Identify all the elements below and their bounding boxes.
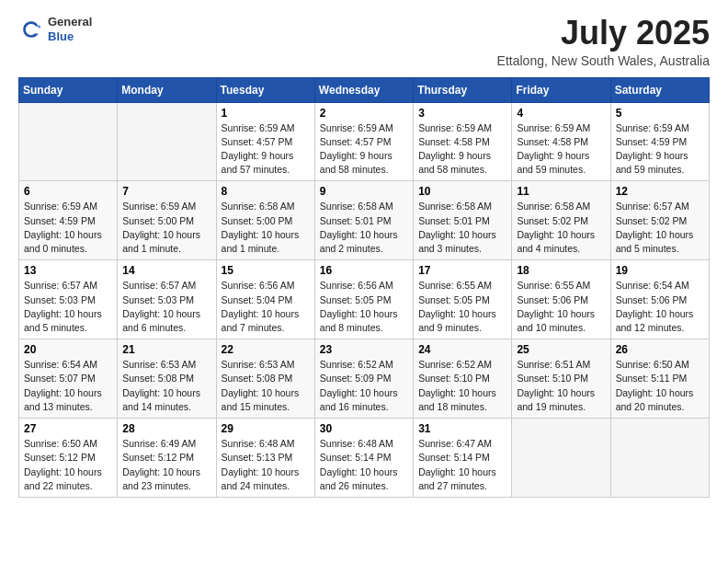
day-number: 29 [222, 422, 310, 435]
calendar-week-row: 6Sunrise: 6:59 AMSunset: 4:59 PMDaylight… [19, 181, 710, 260]
calendar-cell: 29Sunrise: 6:48 AMSunset: 5:13 PMDayligh… [216, 419, 314, 498]
day-detail: Sunrise: 6:58 AMSunset: 5:01 PMDaylight:… [320, 200, 408, 256]
calendar-cell: 18Sunrise: 6:55 AMSunset: 5:06 PMDayligh… [512, 260, 610, 339]
day-detail: Sunrise: 6:52 AMSunset: 5:10 PMDaylight:… [418, 358, 506, 414]
calendar-cell: 25Sunrise: 6:51 AMSunset: 5:10 PMDayligh… [512, 339, 610, 419]
day-number: 18 [517, 264, 605, 277]
day-detail: Sunrise: 6:54 AMSunset: 5:07 PMDaylight:… [24, 358, 112, 414]
day-number: 1 [222, 107, 310, 120]
day-number: 4 [517, 107, 605, 120]
calendar-cell: 24Sunrise: 6:52 AMSunset: 5:10 PMDayligh… [414, 339, 512, 419]
calendar-cell: 5Sunrise: 6:59 AMSunset: 4:59 PMDaylight… [610, 102, 709, 181]
calendar-cell: 12Sunrise: 6:57 AMSunset: 5:02 PMDayligh… [610, 181, 709, 260]
day-number: 9 [320, 185, 408, 198]
calendar-cell: 20Sunrise: 6:54 AMSunset: 5:07 PMDayligh… [19, 339, 118, 419]
day-detail: Sunrise: 6:50 AMSunset: 5:12 PMDaylight:… [24, 437, 112, 493]
calendar-table: SundayMondayTuesdayWednesdayThursdayFrid… [18, 77, 710, 498]
day-number: 3 [418, 107, 506, 120]
calendar-cell: 15Sunrise: 6:56 AMSunset: 5:04 PMDayligh… [216, 260, 314, 339]
day-detail: Sunrise: 6:59 AMSunset: 4:58 PMDaylight:… [418, 121, 506, 178]
day-detail: Sunrise: 6:58 AMSunset: 5:01 PMDaylight:… [418, 200, 506, 256]
day-detail: Sunrise: 6:57 AMSunset: 5:02 PMDaylight:… [616, 200, 704, 256]
calendar-cell [610, 419, 709, 498]
calendar-cell: 21Sunrise: 6:53 AMSunset: 5:08 PMDayligh… [118, 339, 216, 419]
day-number: 5 [616, 107, 704, 120]
calendar-cell: 14Sunrise: 6:57 AMSunset: 5:03 PMDayligh… [118, 260, 216, 339]
day-detail: Sunrise: 6:59 AMSunset: 4:57 PMDaylight:… [320, 121, 408, 178]
calendar-cell: 17Sunrise: 6:55 AMSunset: 5:05 PMDayligh… [414, 260, 512, 339]
calendar-cell: 30Sunrise: 6:48 AMSunset: 5:14 PMDayligh… [314, 419, 413, 498]
month-title: July 2025 [497, 15, 710, 52]
day-detail: Sunrise: 6:49 AMSunset: 5:12 PMDaylight:… [122, 437, 210, 493]
logo: General Blue [18, 15, 92, 43]
day-detail: Sunrise: 6:59 AMSunset: 4:59 PMDaylight:… [616, 121, 704, 178]
column-header-sunday: Sunday [19, 77, 118, 102]
day-number: 12 [616, 185, 704, 198]
calendar-cell: 31Sunrise: 6:47 AMSunset: 5:14 PMDayligh… [414, 419, 512, 498]
calendar-cell [19, 102, 118, 181]
title-block: July 2025 Ettalong, New South Wales, Aus… [497, 15, 710, 68]
day-number: 27 [24, 422, 112, 435]
calendar-cell: 4Sunrise: 6:59 AMSunset: 4:58 PMDaylight… [512, 102, 610, 181]
day-number: 7 [122, 185, 210, 198]
calendar-cell: 3Sunrise: 6:59 AMSunset: 4:58 PMDaylight… [414, 102, 512, 181]
calendar-cell: 22Sunrise: 6:53 AMSunset: 5:08 PMDayligh… [216, 339, 314, 419]
day-number: 28 [122, 422, 210, 435]
page-header: General Blue July 2025 Ettalong, New Sou… [18, 15, 710, 68]
day-number: 22 [222, 343, 310, 356]
day-detail: Sunrise: 6:48 AMSunset: 5:13 PMDaylight:… [222, 437, 310, 493]
day-detail: Sunrise: 6:56 AMSunset: 5:05 PMDaylight:… [320, 279, 408, 335]
day-detail: Sunrise: 6:58 AMSunset: 5:02 PMDaylight:… [517, 200, 605, 256]
day-number: 8 [222, 185, 310, 198]
calendar-cell: 19Sunrise: 6:54 AMSunset: 5:06 PMDayligh… [610, 260, 709, 339]
calendar-cell: 26Sunrise: 6:50 AMSunset: 5:11 PMDayligh… [610, 339, 709, 419]
day-detail: Sunrise: 6:54 AMSunset: 5:06 PMDaylight:… [616, 279, 704, 335]
calendar-cell: 27Sunrise: 6:50 AMSunset: 5:12 PMDayligh… [19, 419, 118, 498]
day-detail: Sunrise: 6:59 AMSunset: 4:57 PMDaylight:… [222, 121, 310, 178]
day-detail: Sunrise: 6:48 AMSunset: 5:14 PMDaylight:… [320, 437, 408, 493]
day-number: 19 [616, 264, 704, 277]
calendar-cell: 7Sunrise: 6:59 AMSunset: 5:00 PMDaylight… [118, 181, 216, 260]
column-header-monday: Monday [118, 77, 216, 102]
svg-rect-0 [18, 17, 44, 42]
day-number: 6 [24, 185, 112, 198]
day-detail: Sunrise: 6:56 AMSunset: 5:04 PMDaylight:… [222, 279, 310, 335]
day-detail: Sunrise: 6:50 AMSunset: 5:11 PMDaylight:… [616, 358, 704, 414]
day-number: 25 [517, 343, 605, 356]
day-number: 16 [320, 264, 408, 277]
column-header-friday: Friday [512, 77, 610, 102]
day-number: 23 [320, 343, 408, 356]
day-detail: Sunrise: 6:59 AMSunset: 5:00 PMDaylight:… [122, 200, 210, 256]
calendar-week-row: 20Sunrise: 6:54 AMSunset: 5:07 PMDayligh… [19, 339, 710, 419]
logo-general-text: General [48, 15, 92, 29]
day-detail: Sunrise: 6:53 AMSunset: 5:08 PMDaylight:… [222, 358, 310, 414]
day-number: 11 [517, 185, 605, 198]
day-number: 2 [320, 107, 408, 120]
calendar-cell: 10Sunrise: 6:58 AMSunset: 5:01 PMDayligh… [414, 181, 512, 260]
calendar-cell: 11Sunrise: 6:58 AMSunset: 5:02 PMDayligh… [512, 181, 610, 260]
calendar-cell: 23Sunrise: 6:52 AMSunset: 5:09 PMDayligh… [314, 339, 413, 419]
day-number: 26 [616, 343, 704, 356]
calendar-cell: 9Sunrise: 6:58 AMSunset: 5:01 PMDaylight… [314, 181, 413, 260]
calendar-cell [512, 419, 610, 498]
calendar-cell: 28Sunrise: 6:49 AMSunset: 5:12 PMDayligh… [118, 419, 216, 498]
day-detail: Sunrise: 6:51 AMSunset: 5:10 PMDaylight:… [517, 358, 605, 414]
logo-text: General Blue [48, 15, 92, 43]
calendar-cell: 16Sunrise: 6:56 AMSunset: 5:05 PMDayligh… [314, 260, 413, 339]
day-detail: Sunrise: 6:52 AMSunset: 5:09 PMDaylight:… [320, 358, 408, 414]
calendar-cell: 1Sunrise: 6:59 AMSunset: 4:57 PMDaylight… [216, 102, 314, 181]
day-number: 14 [122, 264, 210, 277]
calendar-week-row: 27Sunrise: 6:50 AMSunset: 5:12 PMDayligh… [19, 419, 710, 498]
day-detail: Sunrise: 6:53 AMSunset: 5:08 PMDaylight:… [122, 358, 210, 414]
day-number: 13 [24, 264, 112, 277]
calendar-week-row: 1Sunrise: 6:59 AMSunset: 4:57 PMDaylight… [19, 102, 710, 181]
calendar-cell [118, 102, 216, 181]
calendar-header-row: SundayMondayTuesdayWednesdayThursdayFrid… [19, 77, 710, 102]
day-detail: Sunrise: 6:57 AMSunset: 5:03 PMDaylight:… [122, 279, 210, 335]
day-detail: Sunrise: 6:58 AMSunset: 5:00 PMDaylight:… [222, 200, 310, 256]
logo-icon [18, 17, 44, 42]
day-number: 10 [418, 185, 506, 198]
day-detail: Sunrise: 6:59 AMSunset: 4:58 PMDaylight:… [517, 121, 605, 178]
calendar-cell: 2Sunrise: 6:59 AMSunset: 4:57 PMDaylight… [314, 102, 413, 181]
calendar-cell: 6Sunrise: 6:59 AMSunset: 4:59 PMDaylight… [19, 181, 118, 260]
